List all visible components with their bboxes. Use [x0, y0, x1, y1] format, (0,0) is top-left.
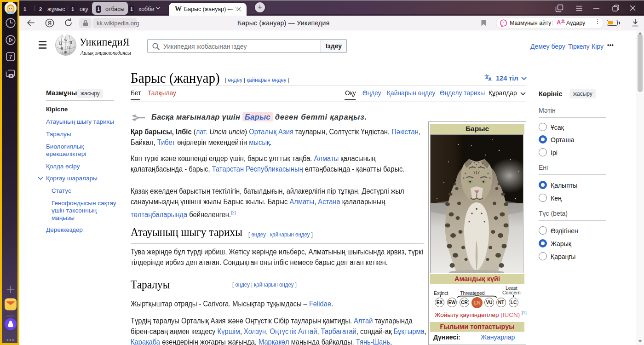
svg-text:И: И — [69, 40, 72, 45]
svg-text:7: 7 — [9, 54, 12, 60]
svg-text:“: “ — [502, 21, 504, 25]
svg-text:H: H — [67, 46, 70, 50]
svg-text:Я: Я — [61, 46, 63, 51]
svg-text:Я: Я — [48, 20, 52, 26]
svg-text:用: 用 — [64, 51, 68, 55]
svg-text:A: A — [489, 77, 492, 81]
svg-text:W: W — [64, 38, 68, 42]
svg-text:Ω: Ω — [59, 41, 63, 46]
